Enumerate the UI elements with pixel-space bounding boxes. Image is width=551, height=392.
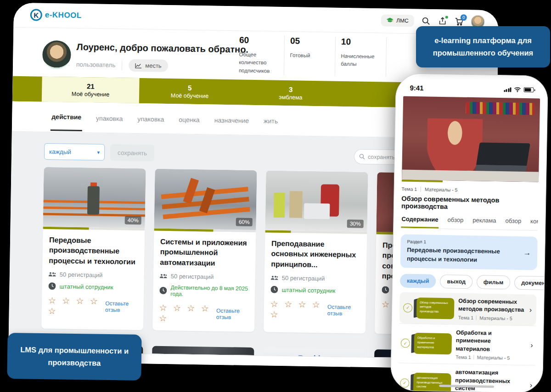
phone-mockup: 9:41 Тема 1 Материалы - 5 Обзор совр xyxy=(390,73,548,392)
callout-lms: LMS для промышленности и производства xyxy=(7,333,141,381)
save-button-label: сохранять xyxy=(118,149,147,157)
cart-count-badge: 0 xyxy=(461,14,467,21)
lesson-thumbnail: Обзор современных методов производства xyxy=(416,297,455,319)
lesson-item-1[interactable]: ✓ Обзор современных методов производства… xyxy=(399,292,537,325)
lesson-thumbnail-text: Обработка и применение материалов xyxy=(414,333,452,354)
welcome-subrow: пользователь месть xyxy=(76,58,168,72)
lesson-item-2[interactable]: ✓ Обработка и применение материалов Обра… xyxy=(399,323,536,365)
tab-package-2[interactable]: упаковка xyxy=(136,105,165,132)
tab-package-1[interactable]: упаковка xyxy=(95,104,124,131)
chip-document[interactable]: документ ▾ xyxy=(514,275,548,290)
clock-icon xyxy=(48,282,56,290)
course-card-1[interactable]: 40% Передовые производственные процессы … xyxy=(41,167,146,330)
wifi-icon xyxy=(514,87,521,92)
phone-tab-comments[interactable]: комментарии xyxy=(530,218,538,230)
clock-icon xyxy=(159,287,167,294)
battery-icon xyxy=(523,87,534,92)
phone-tab-ads[interactable]: реклама xyxy=(472,217,497,230)
leave-review-link[interactable]: Оставьте отзыв xyxy=(105,300,137,314)
section-title: Передовые производственные процессы и те… xyxy=(407,246,523,265)
report-button[interactable]: месть xyxy=(129,59,168,72)
validity-label: Действительно до 8 мая 2025 года. xyxy=(170,284,248,298)
section-card[interactable]: Раздел 1 Передовые производственные проц… xyxy=(400,234,538,270)
laptop-decor xyxy=(475,143,530,172)
chip-all[interactable]: каждый xyxy=(400,274,436,288)
learnbar-my-learning-active[interactable]: 21 Моё обучение xyxy=(42,77,140,103)
check-circle-icon: ✓ xyxy=(400,378,409,387)
logo[interactable]: K e-KHOOL xyxy=(30,9,82,22)
graduation-cap-icon xyxy=(387,18,394,23)
rating-stars[interactable]: ☆ ☆ ☆ ☆ ☆ xyxy=(48,295,101,317)
clock-icon xyxy=(382,286,389,293)
learnbar-value: 3 xyxy=(289,85,293,93)
lms-button[interactable]: ЛМС xyxy=(381,14,414,27)
phone-course-title: Обзор современных методов производства xyxy=(401,195,539,212)
learnbar-badge[interactable]: 3 эмблема xyxy=(240,80,342,106)
chart-icon xyxy=(135,62,142,68)
callout-line: производства xyxy=(48,356,101,370)
registrations-label: 50 регистраций xyxy=(282,274,325,282)
progress-percent-badge: 30% xyxy=(347,219,364,228)
category-select-value: каждый xyxy=(49,148,71,156)
lesson-list: ✓ Обзор современных методов производства… xyxy=(397,292,536,392)
section-label: Раздел 1 xyxy=(407,239,523,246)
clock-icon xyxy=(270,286,278,293)
tab-action[interactable]: действие xyxy=(51,103,83,131)
search-placeholder: сохранять xyxy=(368,153,395,160)
share-icon[interactable] xyxy=(438,17,447,26)
learnbar-my-learning[interactable]: 5 Моё обучение xyxy=(139,78,241,105)
chip-film[interactable]: фильм xyxy=(477,275,511,289)
lesson-title: автоматизация производственных систем xyxy=(455,369,526,392)
tab-assignment[interactable]: назначение xyxy=(213,106,250,133)
course-title: Системы и приложения промышленной автома… xyxy=(160,237,249,269)
phone-tab-review[interactable]: обзор xyxy=(505,217,522,230)
stage: K e-KHOOL ЛМС 0 xyxy=(0,0,551,392)
chevron-right-icon[interactable]: › xyxy=(529,306,533,314)
course-card-3[interactable]: 30% Преподавание основных инженерных при… xyxy=(264,170,368,333)
people-icon xyxy=(160,274,167,279)
cart-icon[interactable]: 0 xyxy=(455,17,464,26)
chevron-right-icon[interactable]: › xyxy=(530,342,534,350)
divider xyxy=(122,60,122,70)
leave-review-link[interactable]: Оставьте отзыв xyxy=(327,304,360,317)
arrow-right-icon[interactable]: → xyxy=(523,248,531,258)
materials-label: Материалы - 5 xyxy=(425,186,458,192)
phone-tabs: Содержание обзор реклама обзор комментар… xyxy=(401,215,538,230)
chip-exit[interactable]: выход xyxy=(440,274,472,289)
phone-status-bar: 9:41 xyxy=(403,80,540,94)
course-card-2[interactable]: 60% Системы и приложения промышленной ав… xyxy=(152,169,257,332)
chevron-right-icon[interactable]: › xyxy=(530,381,534,389)
search-icon[interactable] xyxy=(422,17,431,26)
lesson-item-3[interactable]: ✓ автоматизация производственных систем … xyxy=(398,363,535,392)
tab-assessment[interactable]: оценка xyxy=(178,106,201,133)
stat-label: Общее количество подписчиков xyxy=(239,50,281,75)
callout-line: промышленного обучения xyxy=(433,47,533,59)
share-status-dot xyxy=(445,16,448,19)
welcome-title: Лоуренс, добро пожаловать обратно. xyxy=(77,42,249,55)
topic-label: Тема 1 xyxy=(402,186,417,192)
registrations-label: 50 регистраций xyxy=(60,271,103,278)
phone-tab-overview[interactable]: обзор xyxy=(447,216,464,229)
progress-percent-badge: 40% xyxy=(125,216,141,225)
phone-tab-contents[interactable]: Содержание xyxy=(401,215,439,228)
divider xyxy=(474,355,474,359)
course-image: 30% xyxy=(265,170,368,231)
rating-stars[interactable]: ☆ ☆ ☆ ☆ ☆ xyxy=(159,302,212,325)
stats-row: 60 Общее количество подписчиков 05 Готов… xyxy=(233,35,387,77)
chip-document-label: документ xyxy=(521,280,548,286)
lms-label: ЛМС xyxy=(396,17,409,24)
chevron-down-icon: ▾ xyxy=(97,149,100,155)
stat-value: 05 xyxy=(290,36,330,46)
stat-points: 10 Начисленные баллы xyxy=(335,37,386,77)
learnbar-label: эмблема xyxy=(279,94,302,101)
filter-chips: каждый выход фильм документ ▾ xyxy=(400,274,537,290)
save-button[interactable]: сохранять xyxy=(110,144,155,162)
e-khool-logo-icon: K xyxy=(30,9,42,21)
validity-label: штатный сотрудник xyxy=(281,286,335,294)
lesson-topic: Тема 1 xyxy=(458,314,474,320)
rating-stars[interactable]: ☆ ☆ ☆ ☆ ☆ xyxy=(270,299,323,321)
leave-review-link[interactable]: Оставьте отзыв xyxy=(216,308,248,321)
tab-live[interactable]: жить xyxy=(263,107,279,134)
category-select[interactable]: каждый ▾ xyxy=(44,143,105,161)
lesson-thumbnail-text: Обзор современных методов производства xyxy=(416,297,455,319)
